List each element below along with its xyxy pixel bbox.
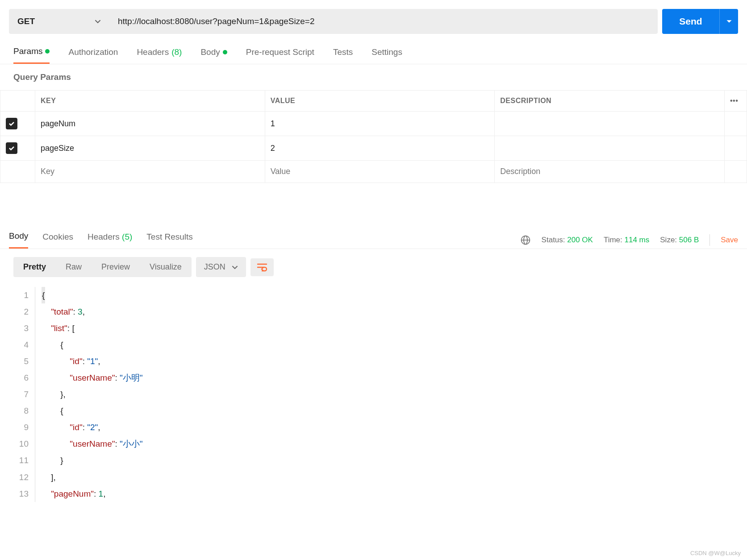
param-desc-cell[interactable] — [495, 112, 725, 136]
http-method-select[interactable]: GET — [9, 9, 109, 34]
view-pretty[interactable]: Pretty — [13, 257, 56, 277]
param-value-cell[interactable]: 2 — [265, 136, 495, 161]
table-row-new — [0, 161, 747, 183]
col-check — [0, 91, 35, 112]
response-format-select[interactable]: JSON — [196, 257, 246, 277]
globe-icon[interactable] — [520, 235, 531, 245]
rtab-test-results[interactable]: Test Results — [146, 232, 192, 248]
table-row: pageNum1 — [0, 112, 747, 136]
view-raw[interactable]: Raw — [56, 257, 92, 277]
view-visualize[interactable]: Visualize — [140, 257, 192, 277]
view-preview[interactable]: Preview — [92, 257, 140, 277]
response-tabs: Body Cookies Headers (5) Test Results St… — [0, 223, 747, 249]
save-response-button[interactable]: Save — [721, 236, 738, 245]
tab-params[interactable]: Params — [13, 46, 50, 64]
send-dropdown-toggle[interactable] — [719, 9, 738, 34]
tab-authorization[interactable]: Authorization — [68, 46, 118, 64]
new-desc-input[interactable] — [500, 167, 719, 176]
bulk-edit-toggle[interactable]: ••• — [725, 91, 747, 112]
col-key: KEY — [35, 91, 265, 112]
tab-body[interactable]: Body — [200, 46, 227, 64]
request-url-value: http://localhost:8080/user?pageNum=1&pag… — [118, 17, 314, 26]
body-view-mode: Pretty Raw Preview Visualize — [13, 257, 192, 277]
params-table: KEY VALUE DESCRIPTION ••• pageNum1pageSi… — [0, 90, 747, 183]
send-button-label: Send — [662, 16, 719, 27]
body-indicator-dot — [223, 50, 227, 54]
params-indicator-dot — [45, 49, 50, 54]
new-value-input[interactable] — [271, 167, 489, 176]
new-key-input[interactable] — [41, 167, 259, 176]
col-description: DESCRIPTION — [495, 91, 725, 112]
size-label: Size: 506 B — [660, 236, 699, 245]
query-params-heading: Query Params — [0, 64, 747, 90]
wrap-lines-button[interactable] — [250, 258, 274, 276]
param-value-cell[interactable]: 1 — [265, 112, 495, 136]
rtab-body[interactable]: Body — [9, 231, 28, 249]
param-desc-cell[interactable] — [495, 136, 725, 161]
chevron-down-icon — [232, 264, 238, 270]
row-checkbox[interactable] — [6, 142, 17, 154]
send-button[interactable]: Send — [662, 9, 738, 34]
col-value: VALUE — [265, 91, 495, 112]
tab-tests[interactable]: Tests — [333, 46, 353, 64]
param-key-cell[interactable]: pageNum — [35, 112, 265, 136]
row-checkbox[interactable] — [6, 118, 17, 129]
param-key-cell[interactable]: pageSize — [35, 136, 265, 161]
tab-prerequest-script[interactable]: Pre-request Script — [246, 46, 314, 64]
chevron-down-icon — [95, 18, 101, 25]
http-method-value: GET — [17, 17, 35, 26]
request-tabs: Params Authorization Headers (8) Body Pr… — [0, 38, 747, 64]
rtab-headers[interactable]: Headers (5) — [88, 232, 132, 248]
tab-settings[interactable]: Settings — [371, 46, 402, 64]
tab-headers[interactable]: Headers (8) — [137, 46, 182, 64]
table-row: pageSize2 — [0, 136, 747, 161]
status-label: Status: 200 OK — [542, 236, 593, 245]
time-label: Time: 114 ms — [604, 236, 649, 245]
response-body-viewer[interactable]: 1{2 "total": 3,3 "list": [4 {5 "id": "1"… — [0, 285, 747, 504]
request-url-input[interactable]: http://localhost:8080/user?pageNum=1&pag… — [109, 9, 658, 34]
rtab-cookies[interactable]: Cookies — [42, 232, 73, 248]
